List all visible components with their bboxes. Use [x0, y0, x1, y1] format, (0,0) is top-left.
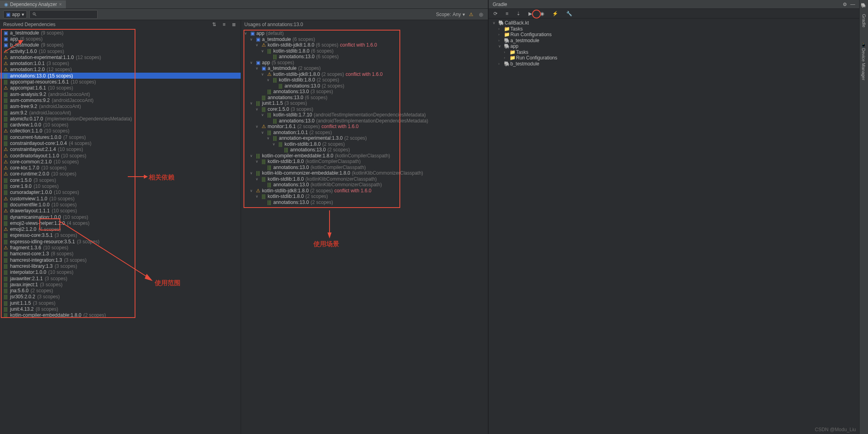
usage-row[interactable]: ∨|||kotlin-stdlib:1.8.0 (kotlinCompilerC… — [244, 159, 485, 165]
dependency-row[interactable]: ▣a_testmodule(9 scopes) — [0, 30, 241, 36]
dependency-row[interactable]: ⚠core-common:2.1.0(10 scopes) — [0, 159, 241, 165]
refresh-icon[interactable]: ⟳ — [492, 10, 499, 17]
usage-row[interactable]: |||annotations:13.0 (6 scopes) — [244, 54, 485, 60]
dependency-row[interactable]: |||jsr305:2.0.2(3 scopes) — [0, 294, 241, 300]
module-select[interactable]: ▣ app ▾ — [3, 10, 27, 18]
dependency-row[interactable]: ⚠drawerlayout:1.1.1(10 scopes) — [0, 208, 241, 214]
usage-row[interactable]: ∨|||junit:1.1.5 (3 scopes) — [244, 100, 485, 106]
dependency-row[interactable]: |||constraintlayout-core:1.0.4(4 scopes) — [0, 140, 241, 146]
usage-row[interactable]: ∨|||kotlin-stdlib:1.8.0 (2 scopes) — [244, 141, 485, 147]
dependency-row[interactable]: ⚠fragment:1.3.6(10 scopes) — [0, 245, 241, 251]
usage-row[interactable]: ∨|||kotlin-stdlib:1.8.0 (2 scopes) — [244, 77, 485, 83]
usage-row[interactable]: ∨|||kotlin-stdlib:1.8.0 (2 scopes) — [244, 194, 485, 200]
dependency-row[interactable]: |||core:1.9.0(10 scopes) — [0, 183, 241, 189]
dependency-row[interactable]: |||interpolator:1.0.0(10 scopes) — [0, 269, 241, 275]
run-icon[interactable]: ▶ — [527, 10, 534, 17]
gear-icon[interactable]: ⚙ — [843, 2, 847, 7]
dependency-row[interactable]: |||javawriter:2.1.1(3 scopes) — [0, 275, 241, 281]
dependency-row[interactable]: ⚠collection:1.1.0(10 scopes) — [0, 128, 241, 134]
dependency-row[interactable]: |||atomicfu:0.17.0(implementationDepende… — [0, 116, 241, 122]
gradle-strip-icon[interactable]: 🐘 — [861, 2, 866, 8]
usage-row[interactable]: ∨|||annotation-experimental:1.3.0 (2 sco… — [244, 135, 485, 141]
gradle-strip-label[interactable]: Gradle — [862, 14, 866, 27]
dependency-row[interactable]: ▣b_testmodule(9 scopes) — [0, 42, 241, 48]
usage-row[interactable]: |||annotations:13.0 (6 scopes) — [244, 95, 485, 101]
device-manager-label[interactable]: 📱 Device Manager — [861, 42, 866, 80]
collapse-icon[interactable]: ≣ — [230, 21, 237, 28]
dependency-row[interactable]: |||dynamicanimation:1.0.0(10 scopes) — [0, 214, 241, 220]
warning-filter-icon[interactable]: ⚠ — [467, 11, 475, 18]
usage-row[interactable]: ∨|||kotlin-compiler-embeddable:1.8.0 (ko… — [244, 153, 485, 159]
attach-icon[interactable]: ≡ — [504, 10, 510, 17]
usage-row[interactable]: ∨|||core:1.5.0 (3 scopes) — [244, 106, 485, 112]
scope-select[interactable]: Scope: Any ▾ — [436, 12, 465, 17]
usage-row[interactable]: ∨|||kotlin-stdlib:1.7.10 (androidTestImp… — [244, 112, 485, 118]
dependency-row[interactable]: ⚠appcompat:1.6.1(10 scopes) — [0, 85, 241, 91]
view-icon[interactable]: ◎ — [477, 11, 485, 18]
dependency-row[interactable]: |||asm:9.2(androidJacocoAnt) — [0, 110, 241, 116]
analyzer-tool-icon[interactable]: ◉ — [538, 10, 546, 17]
tree-icon[interactable]: ⇅ — [211, 21, 218, 28]
usage-row[interactable]: ∨▣a_testmodule (6 scopes) — [244, 37, 485, 43]
usage-row[interactable]: ∨⚠monitor:1.6.1 (2 scopes) conflict with… — [244, 124, 485, 130]
usage-row[interactable]: ∨⚠kotlin-stdlib-jdk8:1.8.0 (6 scopes) co… — [244, 42, 485, 48]
dependency-row[interactable]: ⚠core-ktx:1.7.0(10 scopes) — [0, 165, 241, 171]
gradle-tree-row[interactable]: ›📁Tasks — [493, 49, 855, 55]
usage-row[interactable]: |||annotations:13.0 (2 scopes) — [244, 147, 485, 153]
usage-row[interactable]: |||annotations:13.0 (kotlinCompilerClass… — [244, 165, 485, 171]
dependency-row[interactable]: |||asm-tree:9.2(androidJacocoAnt) — [0, 104, 241, 110]
dependency-row[interactable]: ⚠annotation:1.2.0(12 scopes) — [0, 67, 241, 73]
expand-icon[interactable]: ≡ — [221, 21, 227, 28]
usage-row[interactable]: ∨|||annotation:1.0.1 (2 scopes) — [244, 130, 485, 136]
dependency-row[interactable]: |||asm-commons:9.2(androidJacocoAnt) — [0, 97, 241, 103]
gradle-tree-row[interactable]: ∨🐘app — [493, 43, 855, 49]
dependency-row[interactable]: ⚠constraintlayout:2.1.4(10 scopes) — [0, 147, 241, 153]
usage-row[interactable]: |||annotations:13.0 (kotlinKlibCommonize… — [244, 182, 485, 188]
usage-row[interactable]: ∨⚠kotlin-stdlib-jdk8:1.8.0 (2 scopes) co… — [244, 188, 485, 194]
gradle-tree-row[interactable]: ›🐘a_testmodule — [493, 38, 855, 44]
dependency-row[interactable]: |||espresso-idling-resource:3.5.1(3 scop… — [0, 238, 241, 245]
wrench-icon[interactable]: 🔧 — [565, 10, 574, 17]
close-icon[interactable]: × — [59, 2, 62, 7]
dependency-row[interactable]: |||hamcrest-library:1.3(3 scopes) — [0, 263, 241, 269]
dependency-row[interactable]: ⚠coordinatorlayout:1.1.0(10 scopes) — [0, 153, 241, 159]
tab-dependency-analyzer[interactable]: ◉ Dependency Analyzer × — [0, 0, 66, 8]
dependency-row[interactable]: |||hamcrest-integration:1.3(3 scopes) — [0, 257, 241, 263]
usage-row[interactable]: ∨|||kotlin-klib-commonizer-embeddable:1.… — [244, 170, 485, 176]
dependency-row[interactable]: |||concurrent-futures:1.0.0(7 scopes) — [0, 134, 241, 140]
dependency-row[interactable]: ▣app(6 scopes) — [0, 36, 241, 42]
download-icon[interactable]: ⇣ — [515, 10, 522, 17]
gradle-tree-row[interactable]: ›📁Run Configurations — [493, 55, 855, 61]
dependency-row[interactable]: ⚠customview:1.1.0(10 scopes) — [0, 196, 241, 202]
usage-row[interactable]: |||annotations:13.0 (androidTestImplemen… — [244, 118, 485, 124]
minimize-icon[interactable]: — — [850, 2, 855, 7]
gradle-tree-row[interactable]: ›📁Run Configurations — [493, 32, 855, 38]
dependency-row[interactable]: |||javax.inject:1(3 scopes) — [0, 281, 241, 287]
dependency-row[interactable]: ⚠core-runtime:2.0.0(10 scopes) — [0, 171, 241, 177]
dependency-row[interactable]: |||documentfile:1.0.0(10 scopes) — [0, 202, 241, 208]
usage-row[interactable]: ∨⚠kotlin-stdlib-jdk8:1.8.0 (2 scopes) co… — [244, 71, 485, 77]
usage-row[interactable]: |||annotations:13.0 (2 scopes) — [244, 83, 485, 89]
gradle-tree-row[interactable]: ∨🐘CallBack.kt — [493, 20, 855, 26]
dependency-row[interactable]: |||annotations:13.0(15 scopes) — [0, 73, 241, 79]
dependency-row[interactable]: ⚠annotation:1.0.1(3 scopes) — [0, 60, 241, 66]
usage-row[interactable]: ∨|||kotlin-stdlib:1.8.0 (6 scopes) — [244, 48, 485, 54]
usage-row[interactable]: ∨▣app (5 scopes) — [244, 60, 485, 66]
search-input[interactable]: 🔍︎ — [29, 10, 98, 19]
dependency-row[interactable]: |||asm-analysis:9.2(androidJacocoAnt) — [0, 91, 241, 97]
dependency-row[interactable]: |||appcompat-resources:1.6.1(10 scopes) — [0, 79, 241, 85]
dependency-row[interactable]: ⚠emoji2:1.2.0(4 scopes) — [0, 226, 241, 232]
dependency-row[interactable]: ⚠activity:1.6.0(10 scopes) — [0, 48, 241, 54]
dependency-row[interactable]: |||junit:4.13.2(8 scopes) — [0, 306, 241, 312]
usage-row[interactable]: |||annotations:13.0 (2 scopes) — [244, 200, 485, 206]
gradle-tree-row[interactable]: ›📁Tasks — [493, 26, 855, 32]
offline-icon[interactable]: ⚡ — [551, 10, 560, 17]
dependency-row[interactable]: |||hamcrest-core:1.3(8 scopes) — [0, 251, 241, 257]
dependency-row[interactable]: |||cardview:1.0.0(10 scopes) — [0, 122, 241, 128]
dependency-row[interactable]: ⚠annotation-experimental:1.1.0(12 scopes… — [0, 54, 241, 60]
dependency-row[interactable]: |||espresso-core:3.5.1(3 scopes) — [0, 232, 241, 238]
dependency-row[interactable]: |||core:1.5.0(3 scopes) — [0, 177, 241, 183]
dependency-row[interactable]: |||junit:1.1.5(3 scopes) — [0, 300, 241, 306]
dependency-row[interactable]: |||cursoradapter:1.0.0(10 scopes) — [0, 189, 241, 196]
usage-row[interactable]: ∨|||kotlin-stdlib:1.8.0 (kotlinKlibCommo… — [244, 176, 485, 182]
